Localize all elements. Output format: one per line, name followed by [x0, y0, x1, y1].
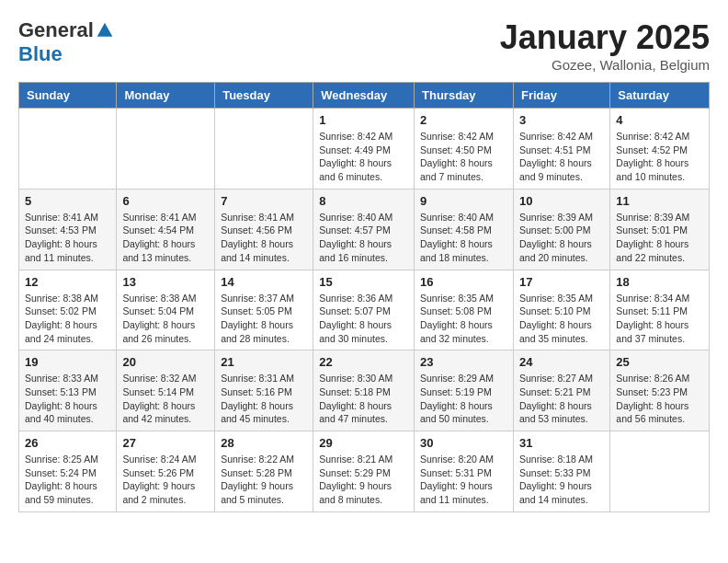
weekday-header: Sunday [19, 83, 117, 109]
calendar-cell: 18Sunrise: 8:34 AM Sunset: 5:11 PM Dayli… [610, 270, 710, 350]
month-title: January 2025 [500, 18, 710, 57]
calendar-cell: 21Sunrise: 8:31 AM Sunset: 5:16 PM Dayli… [215, 350, 313, 431]
day-number: 20 [122, 355, 209, 369]
day-info: Sunrise: 8:42 AM Sunset: 4:52 PM Dayligh… [616, 130, 703, 184]
day-info: Sunrise: 8:29 AM Sunset: 5:19 PM Dayligh… [420, 372, 507, 426]
calendar-cell [19, 109, 117, 190]
calendar-header-row: SundayMondayTuesdayWednesdayThursdayFrid… [19, 83, 710, 109]
day-info: Sunrise: 8:18 AM Sunset: 5:33 PM Dayligh… [519, 453, 604, 507]
day-number: 22 [319, 355, 408, 369]
day-number: 7 [221, 194, 307, 208]
day-info: Sunrise: 8:30 AM Sunset: 5:18 PM Dayligh… [319, 372, 408, 426]
day-info: Sunrise: 8:24 AM Sunset: 5:26 PM Dayligh… [122, 453, 209, 507]
calendar-cell: 27Sunrise: 8:24 AM Sunset: 5:26 PM Dayli… [117, 431, 215, 512]
day-info: Sunrise: 8:31 AM Sunset: 5:16 PM Dayligh… [221, 372, 307, 426]
calendar-cell: 10Sunrise: 8:39 AM Sunset: 5:00 PM Dayli… [513, 189, 609, 270]
weekday-header: Saturday [610, 83, 710, 109]
day-number: 11 [616, 194, 703, 208]
day-info: Sunrise: 8:42 AM Sunset: 4:49 PM Dayligh… [319, 130, 408, 184]
weekday-header: Monday [117, 83, 215, 109]
title-block: January 2025 Gozee, Wallonia, Belgium [500, 18, 710, 73]
calendar-cell: 9Sunrise: 8:40 AM Sunset: 4:58 PM Daylig… [415, 189, 514, 270]
day-number: 8 [319, 194, 408, 208]
calendar-cell: 20Sunrise: 8:32 AM Sunset: 5:14 PM Dayli… [117, 350, 215, 431]
calendar-week-row: 19Sunrise: 8:33 AM Sunset: 5:13 PM Dayli… [19, 350, 710, 431]
calendar-cell: 26Sunrise: 8:25 AM Sunset: 5:24 PM Dayli… [19, 431, 117, 512]
calendar-cell: 22Sunrise: 8:30 AM Sunset: 5:18 PM Dayli… [313, 350, 415, 431]
day-info: Sunrise: 8:40 AM Sunset: 4:58 PM Dayligh… [420, 211, 507, 265]
calendar-cell: 17Sunrise: 8:35 AM Sunset: 5:10 PM Dayli… [513, 270, 609, 350]
day-number: 15 [319, 275, 408, 289]
day-number: 17 [519, 275, 604, 289]
location-text: Gozee, Wallonia, Belgium [500, 57, 710, 73]
day-info: Sunrise: 8:39 AM Sunset: 5:00 PM Dayligh… [519, 211, 604, 265]
day-info: Sunrise: 8:37 AM Sunset: 5:05 PM Dayligh… [221, 292, 307, 346]
calendar-cell: 7Sunrise: 8:41 AM Sunset: 4:56 PM Daylig… [215, 189, 313, 270]
day-info: Sunrise: 8:22 AM Sunset: 5:28 PM Dayligh… [221, 453, 307, 507]
calendar-cell [610, 431, 710, 512]
day-number: 30 [420, 436, 507, 450]
page-header: General Blue January 2025 Gozee, Walloni… [18, 18, 710, 73]
calendar-cell [215, 109, 313, 190]
calendar-cell: 28Sunrise: 8:22 AM Sunset: 5:28 PM Dayli… [215, 431, 313, 512]
day-info: Sunrise: 8:42 AM Sunset: 4:50 PM Dayligh… [420, 130, 507, 184]
day-number: 19 [25, 355, 110, 369]
logo-general-text: General [18, 18, 94, 42]
calendar-cell [117, 109, 215, 190]
weekday-header: Wednesday [313, 83, 415, 109]
day-number: 6 [122, 194, 209, 208]
day-number: 13 [122, 275, 209, 289]
day-number: 12 [25, 275, 110, 289]
day-info: Sunrise: 8:32 AM Sunset: 5:14 PM Dayligh… [122, 372, 209, 426]
calendar-week-row: 1Sunrise: 8:42 AM Sunset: 4:49 PM Daylig… [19, 109, 710, 190]
day-info: Sunrise: 8:41 AM Sunset: 4:53 PM Dayligh… [25, 211, 110, 265]
calendar-cell: 29Sunrise: 8:21 AM Sunset: 5:29 PM Dayli… [313, 431, 415, 512]
logo: General Blue [18, 18, 114, 66]
day-number: 16 [420, 275, 507, 289]
day-info: Sunrise: 8:39 AM Sunset: 5:01 PM Dayligh… [616, 211, 703, 265]
day-number: 28 [221, 436, 307, 450]
calendar-cell: 23Sunrise: 8:29 AM Sunset: 5:19 PM Dayli… [415, 350, 514, 431]
day-info: Sunrise: 8:21 AM Sunset: 5:29 PM Dayligh… [319, 453, 408, 507]
day-number: 18 [616, 275, 703, 289]
day-info: Sunrise: 8:35 AM Sunset: 5:08 PM Dayligh… [420, 292, 507, 346]
weekday-header: Thursday [415, 83, 514, 109]
day-info: Sunrise: 8:26 AM Sunset: 5:23 PM Dayligh… [616, 372, 703, 426]
calendar-cell: 15Sunrise: 8:36 AM Sunset: 5:07 PM Dayli… [313, 270, 415, 350]
day-info: Sunrise: 8:41 AM Sunset: 4:54 PM Dayligh… [122, 211, 209, 265]
day-number: 14 [221, 275, 307, 289]
calendar-cell: 19Sunrise: 8:33 AM Sunset: 5:13 PM Dayli… [19, 350, 117, 431]
day-info: Sunrise: 8:36 AM Sunset: 5:07 PM Dayligh… [319, 292, 408, 346]
calendar-cell: 2Sunrise: 8:42 AM Sunset: 4:50 PM Daylig… [415, 109, 514, 190]
calendar-cell: 1Sunrise: 8:42 AM Sunset: 4:49 PM Daylig… [313, 109, 415, 190]
day-number: 3 [519, 113, 604, 127]
day-number: 23 [420, 355, 507, 369]
day-number: 27 [122, 436, 209, 450]
day-number: 24 [519, 355, 604, 369]
day-info: Sunrise: 8:25 AM Sunset: 5:24 PM Dayligh… [25, 453, 110, 507]
weekday-header: Tuesday [215, 83, 313, 109]
day-number: 25 [616, 355, 703, 369]
day-info: Sunrise: 8:27 AM Sunset: 5:21 PM Dayligh… [519, 372, 604, 426]
day-info: Sunrise: 8:20 AM Sunset: 5:31 PM Dayligh… [420, 453, 507, 507]
day-number: 29 [319, 436, 408, 450]
weekday-header: Friday [513, 83, 609, 109]
day-number: 26 [25, 436, 110, 450]
svg-marker-0 [97, 23, 113, 37]
day-number: 4 [616, 113, 703, 127]
calendar-cell: 14Sunrise: 8:37 AM Sunset: 5:05 PM Dayli… [215, 270, 313, 350]
calendar-cell: 24Sunrise: 8:27 AM Sunset: 5:21 PM Dayli… [513, 350, 609, 431]
calendar-cell: 12Sunrise: 8:38 AM Sunset: 5:02 PM Dayli… [19, 270, 117, 350]
day-number: 2 [420, 113, 507, 127]
calendar-cell: 3Sunrise: 8:42 AM Sunset: 4:51 PM Daylig… [513, 109, 609, 190]
calendar-week-row: 5Sunrise: 8:41 AM Sunset: 4:53 PM Daylig… [19, 189, 710, 270]
calendar-week-row: 12Sunrise: 8:38 AM Sunset: 5:02 PM Dayli… [19, 270, 710, 350]
day-info: Sunrise: 8:42 AM Sunset: 4:51 PM Dayligh… [519, 130, 604, 184]
day-info: Sunrise: 8:38 AM Sunset: 5:04 PM Dayligh… [122, 292, 209, 346]
calendar-cell: 13Sunrise: 8:38 AM Sunset: 5:04 PM Dayli… [117, 270, 215, 350]
day-info: Sunrise: 8:34 AM Sunset: 5:11 PM Dayligh… [616, 292, 703, 346]
day-number: 5 [25, 194, 110, 208]
day-info: Sunrise: 8:35 AM Sunset: 5:10 PM Dayligh… [519, 292, 604, 346]
day-info: Sunrise: 8:38 AM Sunset: 5:02 PM Dayligh… [25, 292, 110, 346]
logo-blue-text: Blue [18, 42, 63, 66]
